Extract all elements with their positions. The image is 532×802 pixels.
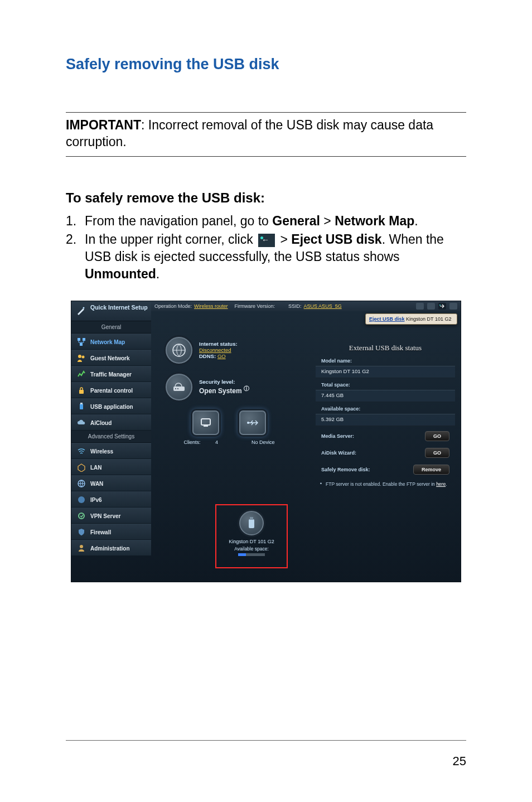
svg-rect-7 — [80, 404, 83, 409]
svg-point-13 — [439, 305, 441, 306]
cloud-icon — [77, 418, 86, 427]
sidebar: Quick Internet Setup General Network Map… — [71, 301, 151, 582]
model-name-label: Model name: — [316, 356, 455, 366]
ftp-here-link[interactable]: here — [436, 481, 446, 487]
sidebar-item-wireless[interactable]: Wireless — [71, 443, 151, 459]
step-1-number: 1. — [66, 212, 85, 230]
media-server-label: Media Server: — [321, 433, 354, 439]
svg-point-17 — [177, 388, 178, 389]
sidebar-item-label: IPv6 — [90, 497, 102, 503]
clients-icon[interactable] — [192, 410, 219, 435]
aidisk-go-button[interactable]: GO — [425, 448, 449, 458]
remove-button[interactable]: Remove — [413, 465, 449, 475]
usb-icon — [77, 402, 86, 411]
internet-status-label: Internet status: — [199, 341, 238, 347]
ddns-link[interactable]: GO — [217, 353, 226, 359]
ssid-value[interactable]: ASUS ASUS_5G — [304, 303, 342, 309]
ftp-note-text: FTP server is not enabled. Enable the FT… — [326, 481, 436, 487]
important-note: IMPORTANT: Incorrect removal of the USB … — [66, 112, 466, 157]
step-2: 2. In the upper right corner, click > Ej… — [66, 231, 466, 283]
sidebar-item-label: VPN Server — [90, 513, 120, 519]
svg-point-12 — [80, 545, 83, 548]
usb-space-bar — [238, 553, 265, 556]
sidebar-item-traffic-manager[interactable]: Traffic Manager — [71, 366, 151, 382]
usb-eject-icon — [258, 234, 275, 247]
sidebar-item-label: Network Map — [90, 339, 125, 345]
internet-status-block: Internet status: Disconnected DDNS: GO — [157, 337, 302, 364]
sidebar-item-firewall[interactable]: Firewall — [71, 524, 151, 540]
step-2-unmounted: Unmounted — [85, 267, 156, 281]
topbar-icon[interactable] — [427, 303, 435, 310]
total-space-label: Total space: — [316, 380, 455, 390]
step-1-sep: > — [320, 214, 335, 228]
topbar: Operation Mode: Wireless router Firmware… — [151, 301, 461, 311]
lan-icon — [77, 463, 86, 472]
network-icon — [77, 337, 86, 346]
sidebar-item-wan[interactable]: WAN — [71, 475, 151, 491]
usb-drive-icon[interactable] — [239, 511, 264, 535]
topbar-icon[interactable] — [449, 303, 457, 310]
sidebar-item-usb-application[interactable]: USB application — [71, 398, 151, 414]
quick-internet-setup[interactable]: Quick Internet Setup — [71, 301, 151, 321]
safely-remove-label: Safely Remove disk: — [321, 467, 370, 472]
svg-rect-19 — [204, 426, 208, 427]
sidebar-item-label: AiCloud — [90, 420, 112, 426]
vpn-icon — [77, 511, 86, 520]
sidebar-item-lan[interactable]: LAN — [71, 459, 151, 475]
security-block: Security level: Open System ⓘ — [157, 374, 302, 400]
usb-model-label: Kingston DT 101 G2 — [229, 539, 274, 544]
traffic-icon — [77, 370, 86, 379]
svg-point-11 — [79, 513, 84, 519]
sidebar-item-label: WAN — [90, 481, 103, 487]
op-mode-value[interactable]: Wireless router — [194, 303, 228, 309]
security-label: Security level: — [199, 379, 249, 385]
svg-rect-2 — [83, 338, 85, 341]
sidebar-item-vpn-server[interactable]: VPN Server — [71, 508, 151, 524]
step-2-gt: > — [277, 232, 291, 247]
usb-eject-menu-icon[interactable] — [438, 303, 446, 310]
sidebar-item-label: LAN — [90, 465, 102, 471]
sidebar-item-administration[interactable]: Administration — [71, 540, 151, 556]
svg-point-0 — [83, 307, 85, 308]
page-number: 25 — [453, 754, 466, 769]
step-1-text-a: From the navigation panel, go to — [85, 214, 272, 228]
globe-icon[interactable] — [166, 337, 192, 364]
sidebar-item-label: Firewall — [90, 529, 111, 535]
aidisk-wizard-label: AiDisk Wizard: — [321, 450, 356, 456]
svg-rect-1 — [78, 338, 80, 341]
step-2-eject-label: Eject USB disk — [291, 232, 381, 247]
clients-label: Clients: — [183, 439, 200, 445]
wireless-icon — [77, 447, 86, 456]
topbar-icon[interactable] — [416, 303, 424, 310]
media-server-go-button[interactable]: GO — [425, 431, 449, 441]
qis-label: Quick Internet Setup — [90, 304, 148, 311]
step-1-general: General — [272, 214, 320, 228]
op-mode-label: Operation Mode: — [154, 303, 192, 309]
svg-rect-8 — [80, 403, 83, 404]
svg-rect-6 — [79, 390, 84, 394]
section-heading: Safely removing the USB disk — [66, 56, 466, 73]
step-2-text-a: In the upper right corner, click — [85, 232, 257, 247]
usb-available-label: Available space: — [234, 546, 269, 552]
procedure-heading: To safely remove the USB disk: — [66, 190, 466, 206]
step-2-number: 2. — [66, 231, 85, 283]
fw-label: Firmware Version: — [235, 303, 275, 309]
ddns-label: DDNS: — [199, 353, 216, 359]
ftp-note-period: . — [446, 481, 447, 487]
sidebar-item-ipv6[interactable]: IPv6 — [71, 491, 151, 508]
sidebar-item-network-map[interactable]: Network Map — [71, 334, 151, 350]
sidebar-item-label: Administration — [90, 545, 130, 552]
step-2-period: . — [156, 267, 159, 281]
sidebar-item-label: Guest Network — [90, 355, 130, 361]
sidebar-item-aicloud[interactable]: AiCloud — [71, 414, 151, 431]
section-advanced: Advanced Settings — [71, 431, 151, 443]
step-1-network-map: Network Map — [335, 214, 414, 228]
router-icon[interactable] — [166, 374, 192, 400]
sidebar-item-parental-control[interactable]: Parental control — [71, 382, 151, 398]
sidebar-item-guest-network[interactable]: Guest Network — [71, 350, 151, 366]
internet-status-value[interactable]: Disconnected — [199, 347, 238, 353]
guest-icon — [77, 354, 86, 363]
section-general: General — [71, 321, 151, 334]
external-usb-panel: External USB disk status Model name: Kin… — [316, 342, 455, 487]
usb-device-icon[interactable] — [239, 410, 266, 435]
